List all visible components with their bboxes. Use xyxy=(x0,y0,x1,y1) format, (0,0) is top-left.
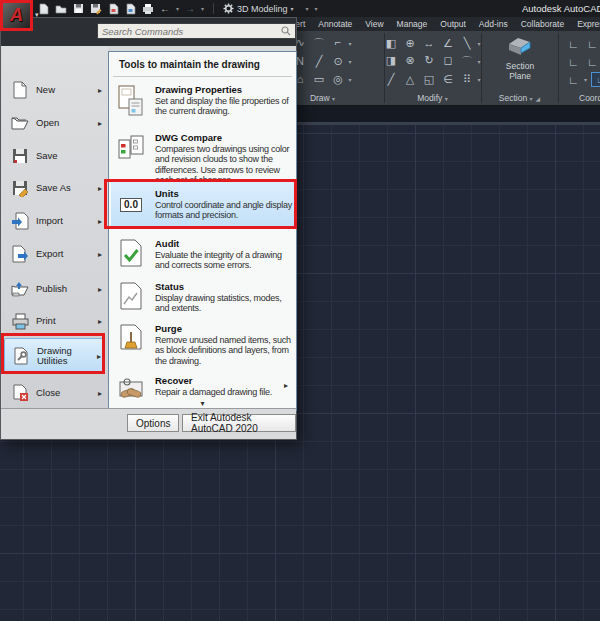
ribbon-tool-icon[interactable]: ∈ xyxy=(442,73,455,86)
recover-icon xyxy=(115,375,147,402)
qat-customize2-icon[interactable]: ▾ xyxy=(315,5,318,12)
sidebar-item-publish[interactable]: Publish ▸ xyxy=(4,274,105,304)
redo-dropdown-icon[interactable]: ▾ xyxy=(201,5,204,12)
dropdown-caret-icon[interactable]: ▾ xyxy=(348,58,351,65)
ribbon-tool-icon[interactable]: ⌐ xyxy=(331,36,344,51)
publish-icon xyxy=(9,280,31,298)
ribbon-tool-icon[interactable]: ⌒ xyxy=(312,36,325,51)
exit-button[interactable]: Exit Autodesk AutoCAD 2020 xyxy=(182,414,296,432)
save-as-icon[interactable] xyxy=(90,3,102,15)
plot-icon[interactable] xyxy=(108,3,119,15)
menu-item-purge[interactable]: Purge Remove unused named items, such as… xyxy=(115,323,294,366)
ribbon-tool-icon[interactable]: ⠿ xyxy=(461,73,474,86)
open-folder-icon xyxy=(9,114,31,132)
ribbon-tool-icon[interactable]: ∟ xyxy=(567,56,580,68)
ribbon-tool-icon[interactable]: ◻ xyxy=(442,54,455,69)
sidebar-item-print[interactable]: Print ▸ xyxy=(4,306,105,336)
ribbon-tool-icon[interactable]: ◱ xyxy=(423,73,436,86)
ribbon-tool-icon[interactable]: ╲ xyxy=(461,37,474,50)
title-bar: ← ▾ → ▾ 3D Modeling ▾ ▾ ▾ Autodesk AutoC… xyxy=(0,0,600,17)
ribbon-tab[interactable]: Output xyxy=(440,19,466,29)
ribbon-tool-icon[interactable]: ∟ xyxy=(586,56,599,68)
section-panel-label[interactable]: Section ▾◢ xyxy=(482,93,557,103)
ribbon-tool-icon[interactable]: ⊗ xyxy=(404,54,417,69)
ribbon-tool-icon[interactable]: ∟ xyxy=(586,38,599,50)
ribbon-tool-icon[interactable]: ↔ xyxy=(423,37,436,50)
new-file-icon[interactable] xyxy=(38,3,49,15)
ribbon-tool-icon[interactable]: ╱ xyxy=(312,55,325,68)
dropdown-caret-icon[interactable]: ▾ xyxy=(348,40,351,47)
application-menu: New ▸ Open ▸ Save Save As ▸ Import ▸ xyxy=(0,17,297,440)
search-box[interactable] xyxy=(97,23,296,39)
sidebar-item-new[interactable]: New ▸ xyxy=(4,75,105,105)
menu-item-drawing-properties[interactable]: Drawing Properties Set and display the f… xyxy=(115,84,294,117)
menu-item-recover[interactable]: Recover Repair a damaged drawing file. ▸ xyxy=(115,375,294,402)
submenu-arrow-icon: ▸ xyxy=(98,250,105,259)
panel-launcher-icon[interactable]: ◢ xyxy=(536,96,541,102)
menu-item-audit[interactable]: Audit Evaluate the integrity of a drawin… xyxy=(115,238,294,271)
ribbon-tool-icon[interactable]: ⊕ xyxy=(404,37,417,50)
submenu-arrow-icon: ▸ xyxy=(98,217,105,226)
coordinates-panel-label[interactable]: Coordinates xyxy=(559,93,600,103)
ribbon-tool-icon[interactable]: ◎ xyxy=(331,73,344,86)
ribbon-tool-icon[interactable]: ↻ xyxy=(423,54,436,69)
new-file-icon xyxy=(9,81,31,99)
scroll-down-arrow[interactable]: ▾ xyxy=(109,400,296,408)
options-button[interactable]: Options xyxy=(127,414,179,432)
ribbon-tab[interactable]: Add-ins xyxy=(479,19,508,29)
menu-item-dwg-compare[interactable]: DWG Compare Compares two drawings using … xyxy=(115,132,294,185)
sidebar-item-save[interactable]: Save xyxy=(4,141,105,171)
sidebar-item-drawing-utilities[interactable]: Drawing Utilities ▸ xyxy=(4,338,105,374)
dropdown-caret-icon[interactable]: ▾ xyxy=(348,76,351,83)
search-input[interactable] xyxy=(98,26,281,37)
submenu-arrow-icon: ▸ xyxy=(98,389,105,398)
submenu-arrow-icon: ▸ xyxy=(284,381,288,390)
drawing-properties-icon xyxy=(115,84,147,117)
ribbon-tab[interactable]: Annotate xyxy=(318,19,352,29)
dropdown-caret-icon[interactable]: ▾ xyxy=(584,76,587,83)
sidebar-item-save-as[interactable]: Save As ▸ xyxy=(4,173,105,203)
workspace-caret-icon: ▾ xyxy=(291,5,294,12)
menu-item-status[interactable]: Status Display drawing statistics, modes… xyxy=(115,281,294,314)
save-icon[interactable] xyxy=(73,3,84,15)
ucs-mini-icon: ∟ xyxy=(596,75,600,85)
units-icon: 0.0 xyxy=(115,188,147,221)
ribbon-tab[interactable]: Express Tools xyxy=(577,19,600,29)
world-ucs-button[interactable]: ∟ World xyxy=(591,72,600,87)
submenu-arrow-icon: ▸ xyxy=(98,184,105,193)
application-menu-button[interactable]: A xyxy=(0,0,33,30)
ribbon-panel-modify: ◧⊕↔∠╲▾ ◨⊗↻◻⌒▾ ╱△◱∈⠿▾ Modify ▾ xyxy=(385,31,480,105)
ribbon-tool-icon[interactable]: ◨ xyxy=(385,54,398,69)
workspace-switcher[interactable]: 3D Modeling ▾ xyxy=(223,3,294,14)
ribbon-tool-icon[interactable]: ∟ xyxy=(567,38,580,50)
ribbon-tab[interactable]: View xyxy=(365,19,383,29)
qat-customize-icon[interactable]: ▾ xyxy=(306,5,309,12)
publish-icon[interactable] xyxy=(125,3,136,15)
save-as-icon xyxy=(9,179,31,197)
ribbon-tool-icon[interactable]: ∠ xyxy=(442,37,455,50)
sidebar-item-export[interactable]: Export ▸ xyxy=(4,239,105,269)
ribbon-tab[interactable]: Collaborate xyxy=(521,19,564,29)
sidebar-item-open[interactable]: Open ▸ xyxy=(4,108,105,138)
ribbon-tab[interactable]: Manage xyxy=(397,19,428,29)
redo-icon[interactable]: → xyxy=(185,4,195,14)
ribbon-panel-section: Section Plane Section ▾◢ xyxy=(482,31,557,105)
ribbon-tool-icon[interactable]: ⊙ xyxy=(331,55,344,68)
ribbon-tool-icon[interactable]: ▭ xyxy=(312,73,325,86)
section-plane-button[interactable]: Section Plane xyxy=(491,34,549,90)
sidebar-item-import[interactable]: Import ▸ xyxy=(4,206,105,236)
window-title: Autodesk AutoCAD 2020 xyxy=(522,3,600,14)
print-icon[interactable] xyxy=(142,3,154,15)
ribbon-tool-icon[interactable]: ∟ xyxy=(567,74,580,86)
undo-icon[interactable]: ← xyxy=(160,4,170,14)
sidebar-item-close[interactable]: Close ▸ xyxy=(4,378,105,408)
open-folder-icon[interactable] xyxy=(55,3,67,15)
ribbon-tool-icon[interactable]: ╱ xyxy=(385,73,398,86)
ribbon-tool-icon[interactable]: ◧ xyxy=(385,37,398,50)
modify-panel-label[interactable]: Modify ▾ xyxy=(385,93,480,103)
ribbon-tool-icon[interactable]: △ xyxy=(404,73,417,86)
menu-item-units[interactable]: 0.0 Units Control coordinate and angle d… xyxy=(111,181,294,227)
quick-access-toolbar: ← ▾ → ▾ 3D Modeling ▾ ▾ ▾ xyxy=(38,1,318,16)
undo-dropdown-icon[interactable]: ▾ xyxy=(176,5,179,12)
ribbon-tool-icon[interactable]: ⌒ xyxy=(461,54,474,69)
